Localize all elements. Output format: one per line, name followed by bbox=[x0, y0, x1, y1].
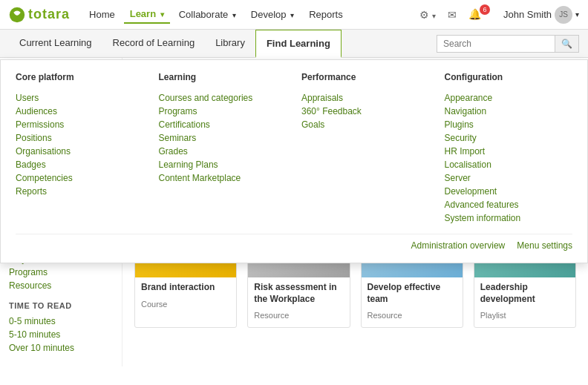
course-name-5: Risk assessment in the Workplace bbox=[254, 282, 343, 305]
filter-programs[interactable]: Programs bbox=[9, 266, 113, 279]
mega-link-360-feedback[interactable]: 360° Feedback bbox=[301, 105, 430, 118]
search-input[interactable] bbox=[437, 35, 555, 53]
mega-col-configuration-title: Configuration bbox=[445, 72, 573, 85]
mega-footer-menu-settings[interactable]: Menu settings bbox=[517, 240, 572, 251]
course-type-5: Resource bbox=[254, 311, 343, 320]
mega-link-organisations[interactable]: Organisations bbox=[16, 145, 144, 158]
mega-link-appearance[interactable]: Appearance bbox=[445, 91, 573, 105]
avatar: JS bbox=[555, 6, 572, 24]
nav-home[interactable]: Home bbox=[83, 6, 121, 23]
mega-link-localisation[interactable]: Localisation bbox=[445, 158, 573, 171]
search-button[interactable]: 🔍 bbox=[555, 35, 579, 53]
tab-record-of-learning[interactable]: Record of Learning bbox=[102, 30, 206, 57]
mega-footer-admin-overview[interactable]: Administration overview bbox=[411, 240, 506, 251]
settings-icon: ⚙ bbox=[419, 9, 429, 21]
tab-find-learning[interactable]: Find Learning bbox=[255, 30, 342, 58]
mega-link-certifications[interactable]: Certifications bbox=[159, 118, 287, 131]
mega-link-courses-cats[interactable]: Courses and categories bbox=[159, 91, 287, 105]
course-info-6: Develop effective team Resource bbox=[362, 277, 463, 327]
mega-col-core-title: Core platform bbox=[16, 72, 144, 85]
mega-col-learning-title: Learning bbox=[159, 72, 287, 85]
course-info-4: Brand interaction Course bbox=[135, 277, 236, 316]
course-type-7: Playlist bbox=[480, 311, 569, 320]
mega-link-positions[interactable]: Positions bbox=[16, 131, 144, 145]
user-name: John Smith bbox=[503, 9, 552, 20]
nav-learn[interactable]: Learn ▾ bbox=[124, 5, 170, 24]
mega-link-system-information[interactable]: System information bbox=[445, 211, 573, 225]
filter-resources[interactable]: Resources bbox=[9, 279, 113, 292]
nav-develop[interactable]: Develop ▾ bbox=[245, 6, 300, 23]
mega-menu-grid: Core platform Users Audiences Permission… bbox=[16, 72, 572, 225]
tab-current-learning[interactable]: Current Learning bbox=[9, 30, 102, 57]
notifications-count: 6 bbox=[480, 4, 490, 15]
search-bar: 🔍 bbox=[437, 30, 579, 57]
time-heading: TIME TO READ bbox=[9, 301, 113, 310]
email-icon: ✉ bbox=[448, 9, 457, 21]
nav-right: ⚙ ▾ ✉ 🔔 6 John Smith JS ▾ bbox=[416, 5, 579, 24]
course-type-4: Course bbox=[141, 300, 230, 309]
mega-col-core: Core platform Users Audiences Permission… bbox=[16, 72, 144, 225]
top-nav: totara Home Learn ▾ Collaborate ▾ Develo… bbox=[0, 0, 588, 30]
nav-collaborate[interactable]: Collaborate ▾ bbox=[173, 6, 242, 23]
secondary-nav-wrapper: Current Learning Record of Learning Libr… bbox=[0, 30, 588, 58]
course-name-4: Brand interaction bbox=[141, 282, 230, 294]
email-button[interactable]: ✉ bbox=[445, 6, 460, 24]
mega-link-content-marketplace[interactable]: Content Marketplace bbox=[159, 171, 287, 185]
mega-link-goals[interactable]: Goals bbox=[301, 118, 430, 131]
mega-menu: Core platform Users Audiences Permission… bbox=[0, 59, 588, 263]
logo-text: totara bbox=[28, 7, 70, 22]
mega-link-development[interactable]: Development bbox=[445, 185, 573, 198]
mega-col-learning: Learning Courses and categories Programs… bbox=[159, 72, 287, 225]
mega-link-grades[interactable]: Grades bbox=[159, 145, 287, 158]
mega-link-permissions[interactable]: Permissions bbox=[16, 118, 144, 131]
course-type-6: Resource bbox=[368, 311, 457, 320]
mega-link-hr-import[interactable]: HR Import bbox=[445, 145, 573, 158]
settings-button[interactable]: ⚙ ▾ bbox=[416, 6, 439, 24]
mega-col-performance-title: Performance bbox=[301, 72, 430, 85]
settings-chevron-icon: ▾ bbox=[432, 12, 436, 20]
course-name-6: Develop effective team bbox=[368, 282, 457, 305]
notifications-button[interactable]: 🔔 6 bbox=[466, 5, 497, 24]
mega-link-server[interactable]: Server bbox=[445, 171, 573, 185]
mega-link-appraisals[interactable]: Appraisals bbox=[301, 91, 430, 105]
course-info-7: Leadership development Playlist bbox=[474, 277, 575, 327]
mega-link-plugins[interactable]: Plugins bbox=[445, 118, 573, 131]
course-info-5: Risk assessment in the Workplace Resourc… bbox=[248, 277, 349, 327]
user-menu[interactable]: John Smith JS ▾ bbox=[503, 6, 579, 24]
filter-0-5-min[interactable]: 0-5 minutes bbox=[9, 315, 113, 328]
mega-link-learning-plans[interactable]: Learning Plans bbox=[159, 158, 287, 171]
collaborate-chevron-icon: ▾ bbox=[232, 11, 236, 19]
course-name-7: Leadership development bbox=[480, 282, 569, 305]
tab-library[interactable]: Library bbox=[205, 30, 255, 57]
mega-link-users[interactable]: Users bbox=[16, 91, 144, 105]
mega-col-configuration: Configuration Appearance Navigation Plug… bbox=[445, 72, 573, 225]
learn-chevron-icon: ▾ bbox=[160, 10, 164, 19]
mega-footer: Administration overview Menu settings bbox=[16, 234, 572, 251]
mega-link-badges[interactable]: Badges bbox=[16, 158, 144, 171]
mega-link-seminars[interactable]: Seminars bbox=[159, 131, 287, 145]
nav-links: Home Learn ▾ Collaborate ▾ Develop ▾ Rep… bbox=[83, 5, 416, 24]
filter-5-10-min[interactable]: 5-10 minutes bbox=[9, 328, 113, 341]
logo[interactable]: totara bbox=[9, 7, 70, 23]
mega-link-reports-core[interactable]: Reports bbox=[16, 185, 144, 198]
mega-link-audiences[interactable]: Audiences bbox=[16, 105, 144, 118]
mega-col-performance: Performance Appraisals 360° Feedback Goa… bbox=[301, 72, 430, 225]
user-chevron-icon: ▾ bbox=[575, 10, 579, 19]
secondary-nav: Current Learning Record of Learning Libr… bbox=[0, 30, 588, 58]
mega-link-programs[interactable]: Programs bbox=[159, 105, 287, 118]
develop-chevron-icon: ▾ bbox=[290, 11, 294, 19]
mega-link-advanced-features[interactable]: Advanced features bbox=[445, 198, 573, 211]
nav-reports[interactable]: Reports bbox=[303, 6, 349, 23]
mega-link-navigation[interactable]: Navigation bbox=[445, 105, 573, 118]
mega-link-competencies[interactable]: Competencies bbox=[16, 171, 144, 185]
filter-over-10-min[interactable]: Over 10 minutes bbox=[9, 341, 113, 355]
mega-link-security[interactable]: Security bbox=[445, 131, 573, 145]
